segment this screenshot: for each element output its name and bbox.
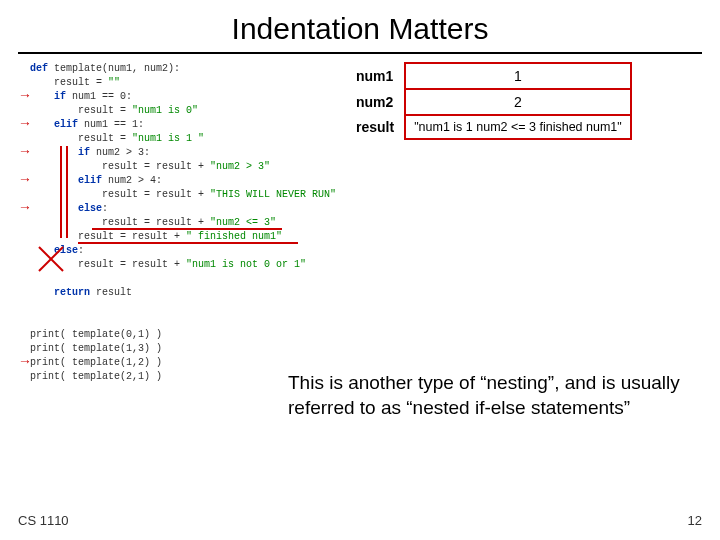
table-row: num2 2 xyxy=(348,89,631,115)
trace-label-num2: num2 xyxy=(348,89,405,115)
trace-value-result: "num1 is 1 num2 <= 3 finished num1" xyxy=(405,115,631,139)
trace-label-result: result xyxy=(348,115,405,139)
code-block: def template(num1, num2): result = "" if… xyxy=(30,62,340,384)
content-area: def template(num1, num2): result = "" if… xyxy=(18,62,702,442)
cross-icon xyxy=(36,244,66,274)
arrow-icon: → xyxy=(18,144,32,158)
arrow-icon: → xyxy=(18,88,32,102)
arrow-icon: → xyxy=(18,200,32,214)
table-row: result "num1 is 1 num2 <= 3 finished num… xyxy=(348,115,631,139)
explanation-text: This is another type of “nesting”, and i… xyxy=(288,370,698,420)
arrow-icon: → xyxy=(18,172,32,186)
trace-value-num2: 2 xyxy=(405,89,631,115)
arrow-icon: → xyxy=(18,116,32,130)
footer: CS 1110 12 xyxy=(18,513,702,528)
table-row: num1 1 xyxy=(348,63,631,89)
highlight-line xyxy=(92,228,282,230)
bracket-line xyxy=(60,146,62,238)
title-underline xyxy=(18,52,702,54)
trace-value-num1: 1 xyxy=(405,63,631,89)
highlight-line xyxy=(78,242,298,244)
arrow-icon: → xyxy=(18,354,32,368)
course-code: CS 1110 xyxy=(18,513,69,528)
page-title: Indentation Matters xyxy=(0,0,720,46)
page-number: 12 xyxy=(688,513,702,528)
trace-label-num1: num1 xyxy=(348,63,405,89)
bracket-line xyxy=(66,146,68,238)
trace-table: num1 1 num2 2 result "num1 is 1 num2 <= … xyxy=(348,62,632,140)
